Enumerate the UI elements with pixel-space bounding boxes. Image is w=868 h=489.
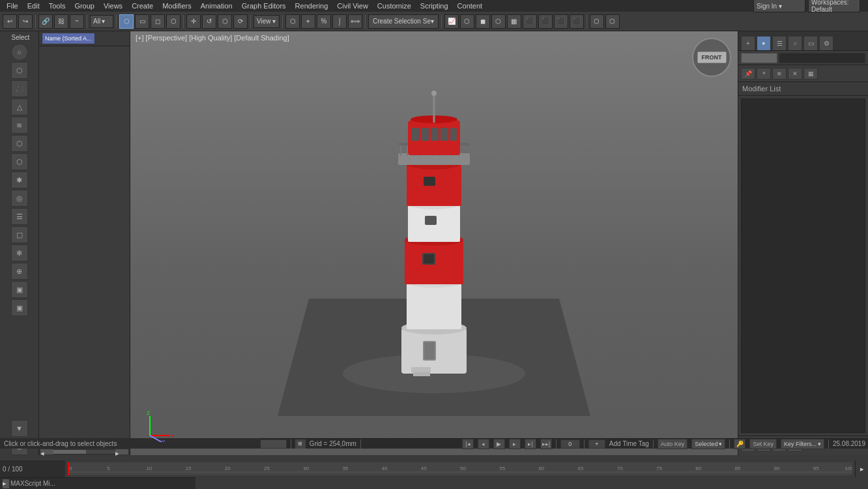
frame-input[interactable]: 0 — [560, 439, 580, 449]
link-btn[interactable]: 🔗 — [38, 14, 53, 29]
sidebar-tool-7[interactable]: ⬡ — [11, 153, 28, 170]
next-frame-btn[interactable]: ▸ — [509, 439, 521, 449]
snap-scale-btn[interactable]: % — [317, 14, 331, 29]
populate-btn[interactable]: ⬡ — [605, 14, 620, 29]
snap-btn[interactable]: ⬡ — [285, 14, 300, 29]
scene-sort-btn[interactable]: Name (Sorted A... — [42, 33, 95, 44]
render-in-view-btn[interactable]: ⬛ — [554, 14, 568, 29]
snap-spinner-btn[interactable]: ⌡ — [332, 14, 347, 29]
play-btn[interactable]: ▶ — [493, 439, 505, 449]
snap-angle-btn[interactable]: ⌖ — [301, 14, 315, 29]
setkey-btn[interactable]: 🔑 — [734, 439, 745, 449]
sidebar-tool-14[interactable]: ▣ — [11, 281, 28, 298]
object-color[interactable] — [741, 53, 777, 63]
scale-tool-btn[interactable]: ⬡ — [218, 14, 232, 29]
bind-btn[interactable]: ~ — [70, 14, 84, 29]
menu-edit[interactable]: Edit — [23, 0, 44, 12]
menu-views[interactable]: Views — [100, 0, 126, 12]
menu-scripting[interactable]: Scripting — [416, 0, 452, 12]
view-dropdown[interactable]: View ▾ — [253, 15, 280, 28]
render-btn[interactable]: ⬛ — [523, 14, 537, 29]
unlink-btn[interactable]: ⛓ — [54, 14, 68, 29]
render-active-btn[interactable]: ⬛ — [538, 14, 553, 29]
rotate-tool-btn[interactable]: ↺ — [202, 14, 216, 29]
sidebar-tool-8[interactable]: ✱ — [11, 171, 28, 188]
object-name-input[interactable] — [779, 53, 865, 63]
sidebar-tool-2[interactable]: ⬡ — [11, 62, 28, 79]
selected-dropdown[interactable]: Selected ▾ — [691, 439, 725, 449]
rpanel-delete-btn[interactable]: ✕ — [788, 68, 802, 80]
maxscript-expand-btn[interactable]: ▸ — [3, 479, 9, 488]
menu-create[interactable]: Create — [128, 0, 157, 12]
sidebar-tool-15[interactable]: ▣ — [11, 299, 28, 316]
render-iter-btn[interactable]: ⬛ — [570, 14, 584, 29]
nav-cube[interactable]: FRONT — [692, 38, 731, 77]
nav-cube-face[interactable]: FRONT — [697, 52, 727, 63]
setkey-label[interactable]: Set Key — [749, 439, 777, 449]
menu-group[interactable]: Group — [70, 0, 98, 12]
goto-end-btn[interactable]: ▸▸| — [540, 439, 552, 449]
menu-civil-view[interactable]: Civil View — [333, 0, 371, 12]
add-time-btn[interactable]: + — [588, 439, 605, 449]
menu-modifiers[interactable]: Modifiers — [158, 0, 195, 12]
sidebar-tool-5[interactable]: ≋ — [11, 117, 28, 134]
select-paint-btn[interactable]: ⬡ — [166, 14, 181, 29]
object-paint-btn[interactable]: ⬡ — [590, 14, 604, 29]
prev-frame-btn[interactable]: ◂ — [478, 439, 489, 449]
rpanel-tab-create[interactable]: + — [741, 36, 755, 50]
menu-customize[interactable]: Customize — [373, 0, 415, 12]
menu-rendering[interactable]: Rendering — [291, 0, 332, 12]
autokey-btn[interactable]: Auto Key — [658, 439, 688, 449]
place-tool-btn[interactable]: ⟳ — [233, 14, 248, 29]
curve-editor-btn[interactable]: 📈 — [444, 14, 459, 29]
menu-animation[interactable]: Animation — [197, 0, 237, 12]
rpanel-params-btn[interactable]: ▦ — [803, 68, 818, 80]
move-tool-btn[interactable]: ✛ — [186, 14, 201, 29]
undo-btn[interactable]: ↩ — [3, 14, 17, 29]
sidebar-tool-filter[interactable]: ▼ — [11, 420, 28, 437]
redo-btn[interactable]: ↪ — [18, 14, 33, 29]
render-setup-btn[interactable]: ⬡ — [491, 14, 506, 29]
material-editor-btn[interactable]: ◼ — [476, 14, 490, 29]
menu-graph-editors[interactable]: Graph Editors — [238, 0, 290, 12]
next-key-btn[interactable]: ▸| — [525, 439, 536, 449]
rpanel-show-btn[interactable]: ⌖ — [757, 68, 771, 80]
sidebar-tool-11[interactable]: ▢ — [11, 226, 28, 243]
rpanel-tab-modify[interactable]: ⌖ — [757, 36, 771, 50]
schematic-view-btn[interactable]: ⬡ — [460, 14, 474, 29]
sidebar-tool-10[interactable]: ☰ — [11, 208, 28, 225]
sidebar-tool-6[interactable]: ⬡ — [11, 135, 28, 152]
rpanel-hide-btn[interactable]: ≋ — [772, 68, 787, 80]
key-filters-dropdown[interactable]: Key Filters... ▾ — [781, 439, 824, 449]
nav-cube-circle[interactable]: FRONT — [692, 38, 731, 77]
timeline-expand-btn[interactable]: ▸ — [855, 460, 868, 477]
select-tool-btn[interactable]: ⬡ — [119, 14, 134, 29]
sidebar-tool-13[interactable]: ⊕ — [11, 263, 28, 280]
sidebar-tool-3[interactable]: 🎥 — [11, 80, 28, 97]
scene-scroll-left[interactable]: ◂ — [40, 449, 53, 454]
rendered-frame-btn[interactable]: ▦ — [507, 14, 521, 29]
viewport[interactable]: [+] [Perspective] [High Quality] [Defaul… — [130, 31, 738, 455]
menu-content[interactable]: Content — [454, 0, 487, 12]
rpanel-tab-hierarchy[interactable]: ☰ — [772, 36, 787, 50]
create-sel-btn[interactable]: Create Selection Se ▾ — [368, 14, 439, 29]
mirror-btn[interactable]: ⟺ — [348, 14, 362, 29]
menu-tools[interactable]: Tools — [45, 0, 70, 12]
scene-scroll-right[interactable]: ▸ — [115, 449, 128, 454]
filter-dropdown[interactable]: All ▾ — [90, 15, 113, 28]
select-region-btn[interactable]: ▭ — [135, 14, 149, 29]
timeline-slider-area[interactable]: 0 5 10 15 20 25 30 35 40 45 50 55 60 65 … — [68, 462, 852, 475]
sidebar-tool-12[interactable]: ✻ — [11, 244, 28, 261]
prev-key-btn[interactable]: |◂ — [462, 439, 474, 449]
sidebar-tool-9[interactable]: ◎ — [11, 190, 28, 207]
select-lasso-btn[interactable]: ◻ — [151, 14, 165, 29]
signin-dropdown[interactable]: Sign In ▾ — [753, 0, 805, 12]
grid-icon[interactable]: ⊞ — [295, 439, 306, 449]
sidebar-select-tool[interactable]: ○ — [11, 44, 28, 61]
sidebar-tool-4[interactable]: △ — [11, 98, 28, 115]
rpanel-tab-utilities[interactable]: ⚙ — [819, 36, 833, 50]
menu-file[interactable]: File — [3, 0, 22, 12]
workspace-dropdown[interactable]: Workspaces: Default — [808, 0, 860, 12]
rpanel-pin-btn[interactable]: 📌 — [741, 68, 755, 80]
rpanel-tab-display[interactable]: ▭ — [803, 36, 818, 50]
